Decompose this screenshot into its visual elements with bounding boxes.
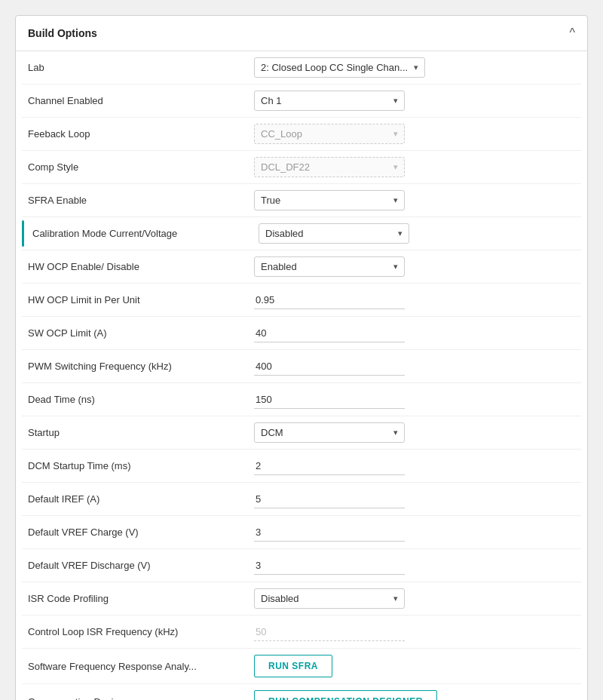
row-value-pwm_switching_freq[interactable] (254, 358, 575, 376)
dropdown-arrow-hw_ocp_enable: ▾ (393, 262, 398, 272)
row-value-calibration_mode[interactable]: Disabled▾ (259, 223, 575, 244)
row-label-default_vref_discharge: Default VREF Discharge (V) (28, 560, 254, 571)
row-sw_ocp_limit: SW OCP Limit (A) (22, 317, 581, 350)
row-comp_style: Comp StyleDCL_DF22▾ (22, 151, 581, 184)
button-compensation_designer[interactable]: RUN COMPENSATION DESIGNER (254, 690, 437, 700)
row-label-comp_style: Comp Style (28, 161, 254, 173)
row-value-dcm_startup_time[interactable] (254, 457, 575, 475)
input-sw_ocp_limit[interactable] (254, 324, 405, 342)
select-lab[interactable]: 2: Closed Loop CC Single Chan...▾ (254, 57, 425, 78)
input-pwm_switching_freq[interactable] (254, 358, 405, 376)
input-default_iref[interactable] (254, 490, 405, 508)
row-control_loop_isr: Control Loop ISR Frequency (kHz) (22, 616, 581, 649)
input-control_loop_isr (254, 623, 405, 641)
row-default_vref_charge: Default VREF Charge (V) (22, 516, 581, 549)
select-calibration_mode[interactable]: Disabled▾ (259, 223, 409, 244)
row-label-hw_ocp_limit: HW OCP Limit in Per Unit (28, 294, 254, 305)
select-sfra_enable[interactable]: True▾ (254, 190, 405, 210)
rows-container: Lab2: Closed Loop CC Single Chan...▾Chan… (16, 51, 587, 700)
row-value-default_iref[interactable] (254, 490, 575, 508)
row-value-startup[interactable]: DCM▾ (254, 422, 575, 443)
row-feedback_loop: Feeback LoopCC_Loop▾ (22, 118, 581, 151)
row-hw_ocp_enable: HW OCP Enable/ DisableEnabled▾ (22, 250, 581, 284)
input-default_vref_discharge[interactable] (254, 557, 405, 575)
select-feedback_loop: CC_Loop▾ (254, 124, 405, 144)
row-value-comp_style[interactable]: DCL_DF22▾ (254, 157, 575, 177)
row-label-channel_enabled: Channel Enabled (28, 95, 254, 106)
row-value-default_vref_charge[interactable] (254, 523, 575, 542)
select-text-isr_code_profiling: Disabled (261, 593, 387, 604)
select-text-calibration_mode: Disabled (265, 228, 392, 239)
dropdown-arrow-channel_enabled: ▾ (393, 96, 398, 106)
row-label-control_loop_isr: Control Loop ISR Frequency (kHz) (28, 626, 254, 637)
collapse-icon[interactable]: ^ (569, 26, 575, 40)
dropdown-arrow-feedback_loop: ▾ (393, 129, 398, 139)
input-dead_time[interactable] (254, 391, 405, 409)
dropdown-arrow-calibration_mode: ▾ (398, 229, 403, 238)
row-value-sw_ocp_limit[interactable] (254, 324, 575, 342)
row-dcm_startup_time: DCM Startup Time (ms) (22, 450, 581, 483)
dropdown-arrow-sfra_enable: ▾ (393, 195, 398, 205)
build-options-panel: Build Options ^ Lab2: Closed Loop CC Sin… (15, 15, 588, 700)
select-text-feedback_loop: CC_Loop (261, 128, 387, 140)
row-value-sfra_run[interactable]: RUN SFRA (254, 655, 575, 677)
row-label-lab: Lab (28, 62, 254, 73)
row-label-sw_ocp_limit: SW OCP Limit (A) (28, 327, 254, 339)
dropdown-arrow-lab: ▾ (414, 63, 418, 72)
row-value-compensation_designer[interactable]: RUN COMPENSATION DESIGNER (254, 690, 575, 700)
row-label-dead_time: Dead Time (ns) (28, 394, 254, 405)
select-text-lab: 2: Closed Loop CC Single Chan... (261, 62, 408, 73)
row-label-compensation_designer: Compensation Designer (28, 696, 254, 701)
row-label-sfra_enable: SFRA Enable (28, 195, 254, 206)
row-value-hw_ocp_enable[interactable]: Enabled▾ (254, 256, 575, 277)
row-label-calibration_mode: Calibration Mode Current/Voltage (32, 228, 259, 239)
row-value-lab[interactable]: 2: Closed Loop CC Single Chan...▾ (254, 57, 575, 78)
row-compensation_designer: Compensation DesignerRUN COMPENSATION DE… (22, 684, 581, 700)
input-hw_ocp_limit[interactable] (254, 291, 405, 309)
select-isr_code_profiling[interactable]: Disabled▾ (254, 588, 405, 609)
row-value-control_loop_isr[interactable] (254, 623, 575, 641)
select-startup[interactable]: DCM▾ (254, 422, 405, 443)
row-hw_ocp_limit: HW OCP Limit in Per Unit (22, 284, 581, 317)
row-value-default_vref_discharge[interactable] (254, 557, 575, 575)
row-label-default_iref: Default IREF (A) (28, 493, 254, 505)
row-value-dead_time[interactable] (254, 391, 575, 409)
row-label-isr_code_profiling: ISR Code Profiling (28, 593, 254, 604)
row-label-dcm_startup_time: DCM Startup Time (ms) (28, 460, 254, 471)
row-pwm_switching_freq: PWM Switching Frequency (kHz) (22, 350, 581, 383)
dropdown-arrow-isr_code_profiling: ▾ (393, 594, 398, 603)
button-sfra_run[interactable]: RUN SFRA (254, 655, 332, 677)
select-text-comp_style: DCL_DF22 (261, 161, 387, 173)
input-dcm_startup_time[interactable] (254, 457, 405, 475)
row-value-sfra_enable[interactable]: True▾ (254, 190, 575, 210)
row-sfra_enable: SFRA EnableTrue▾ (22, 184, 581, 217)
accent-bar (22, 220, 24, 247)
row-label-hw_ocp_enable: HW OCP Enable/ Disable (28, 261, 254, 272)
row-value-isr_code_profiling[interactable]: Disabled▾ (254, 588, 575, 609)
input-default_vref_charge[interactable] (254, 523, 405, 542)
row-dead_time: Dead Time (ns) (22, 383, 581, 416)
row-value-feedback_loop[interactable]: CC_Loop▾ (254, 124, 575, 144)
row-value-channel_enabled[interactable]: Ch 1▾ (254, 91, 575, 111)
row-sfra_run: Software Frequency Response Analy...RUN … (22, 649, 581, 684)
dropdown-arrow-comp_style: ▾ (393, 162, 398, 172)
row-startup: StartupDCM▾ (22, 416, 581, 450)
select-hw_ocp_enable[interactable]: Enabled▾ (254, 256, 405, 277)
row-label-startup: Startup (28, 427, 254, 438)
dropdown-arrow-startup: ▾ (393, 428, 398, 438)
select-text-startup: DCM (261, 427, 387, 438)
select-text-channel_enabled: Ch 1 (261, 95, 387, 106)
row-isr_code_profiling: ISR Code ProfilingDisabled▾ (22, 582, 581, 616)
select-comp_style: DCL_DF22▾ (254, 157, 405, 177)
row-label-pwm_switching_freq: PWM Switching Frequency (kHz) (28, 361, 254, 372)
select-text-sfra_enable: True (261, 195, 387, 206)
select-channel_enabled[interactable]: Ch 1▾ (254, 91, 405, 111)
row-value-hw_ocp_limit[interactable] (254, 291, 575, 309)
panel-header: Build Options ^ (16, 16, 587, 51)
row-default_vref_discharge: Default VREF Discharge (V) (22, 549, 581, 582)
row-label-sfra_run: Software Frequency Response Analy... (28, 661, 254, 672)
row-calibration_mode: Calibration Mode Current/VoltageDisabled… (22, 217, 581, 250)
row-channel_enabled: Channel EnabledCh 1▾ (22, 84, 581, 118)
row-label-feedback_loop: Feeback Loop (28, 128, 254, 140)
row-label-default_vref_charge: Default VREF Charge (V) (28, 527, 254, 538)
